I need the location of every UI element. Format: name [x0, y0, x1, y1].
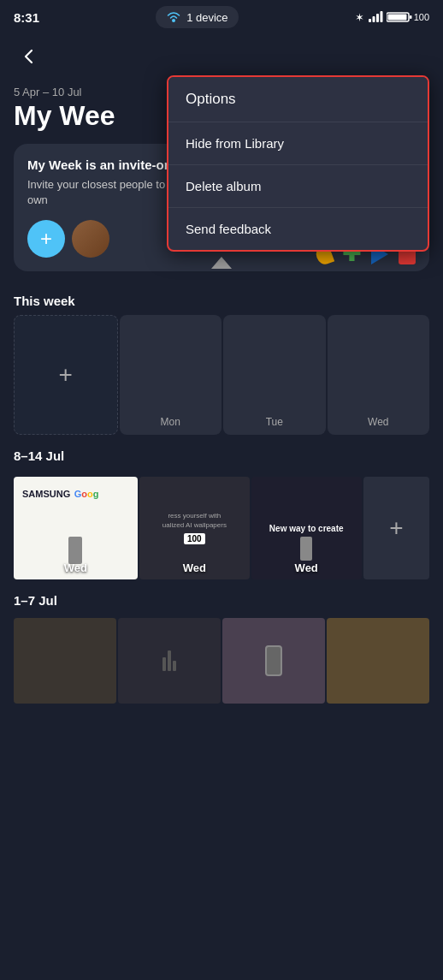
svg-rect-1: [369, 19, 371, 22]
hide-from-library-label: Hide from Library: [186, 136, 284, 151]
options-dropdown: Options Hide from Library Delete album S…: [167, 75, 429, 252]
add-cell-icon: +: [59, 361, 73, 389]
svg-rect-2: [372, 16, 375, 22]
options-label: Options: [186, 91, 236, 107]
new-way-text: New way to create: [266, 520, 347, 537]
scroll-arrow: [211, 257, 232, 269]
svg-rect-4: [380, 11, 382, 22]
samsung-text: SAMSUNG: [22, 489, 70, 499]
header-nav: [0, 34, 443, 79]
bottom-photo-2[interactable]: [118, 618, 221, 704]
photo-cell-create[interactable]: New way to create Wed: [251, 477, 362, 579]
options-item[interactable]: Options: [168, 77, 428, 122]
google-text: Goog: [74, 489, 99, 499]
week-cell-tue: Tue: [223, 315, 326, 435]
photo-day-2: Wed: [139, 561, 250, 574]
status-time: 8:31: [14, 10, 39, 25]
avatar-image: [72, 220, 109, 258]
section-header-jul14: 8–14 Jul: [0, 435, 443, 470]
week-cell-wed: Wed: [328, 315, 430, 435]
user-avatar: [72, 220, 109, 258]
photo-person: [68, 537, 82, 564]
card-scroll-indicator: [196, 254, 247, 271]
back-button[interactable]: [14, 41, 44, 72]
bottom-photos: [0, 618, 443, 704]
week-grid: + Mon Tue Wed: [0, 315, 443, 435]
add-week-cell[interactable]: +: [14, 315, 118, 435]
photo-cell-samsung[interactable]: SAMSUNG Goog Wed: [14, 477, 138, 579]
delete-album-item[interactable]: Delete album: [168, 165, 428, 208]
hide-from-library-item[interactable]: Hide from Library: [168, 122, 428, 165]
status-bar: 8:31 1 device ✶ 100: [0, 0, 443, 34]
battery-icon: 100: [387, 11, 429, 23]
signal-icon: [368, 10, 383, 25]
person-silhouette: [300, 537, 312, 561]
send-feedback-label: Send feedback: [186, 222, 271, 236]
send-feedback-item[interactable]: Send feedback: [168, 208, 428, 250]
hotspot-indicator[interactable]: 1 device: [156, 6, 238, 28]
photo-plus-cell[interactable]: +: [363, 477, 429, 579]
device-label: 1 device: [186, 11, 227, 24]
photo-plus-icon: +: [389, 514, 403, 542]
section-header-jul7: 1–7 Jul: [0, 579, 443, 615]
bottom-photo-1[interactable]: [14, 618, 116, 704]
date-group-jul14: SAMSUNG Goog Wed ress yourself withualiz…: [0, 477, 443, 579]
photo-dark-content: ress yourself withualized AI wallpapers …: [156, 505, 233, 551]
svg-rect-6: [387, 15, 406, 21]
wifi-icon: [166, 9, 181, 25]
dropdown-menu: Hide from Library Delete album Send feed…: [168, 122, 428, 250]
photo-day-1: Wed: [14, 561, 138, 574]
bar-chart-icon: [162, 650, 176, 671]
week-day-wed: Wed: [328, 416, 430, 428]
status-icons: ✶ 100: [355, 10, 429, 25]
photos-grid-jul14: SAMSUNG Goog Wed ress yourself withualiz…: [14, 477, 429, 579]
bluetooth-icon: ✶: [355, 11, 364, 24]
photo-cell-dark[interactable]: ress yourself withualized AI wallpapers …: [139, 477, 250, 579]
week-cell-mon: Mon: [120, 315, 222, 435]
delete-album-label: Delete album: [186, 179, 261, 193]
photo-content: SAMSUNG Goog: [22, 485, 98, 501]
this-week-header: This week: [0, 280, 443, 315]
week-day-tue: Tue: [223, 416, 326, 428]
photo-day-3: Wed: [251, 561, 362, 574]
svg-point-0: [172, 19, 175, 22]
bottom-photo-4[interactable]: [327, 618, 429, 704]
svg-rect-3: [376, 14, 379, 22]
add-person-button[interactable]: +: [27, 220, 65, 258]
phone-icon: [265, 645, 282, 676]
week-day-mon: Mon: [120, 416, 222, 428]
bottom-photo-3[interactable]: [222, 618, 325, 704]
svg-rect-7: [410, 15, 412, 19]
